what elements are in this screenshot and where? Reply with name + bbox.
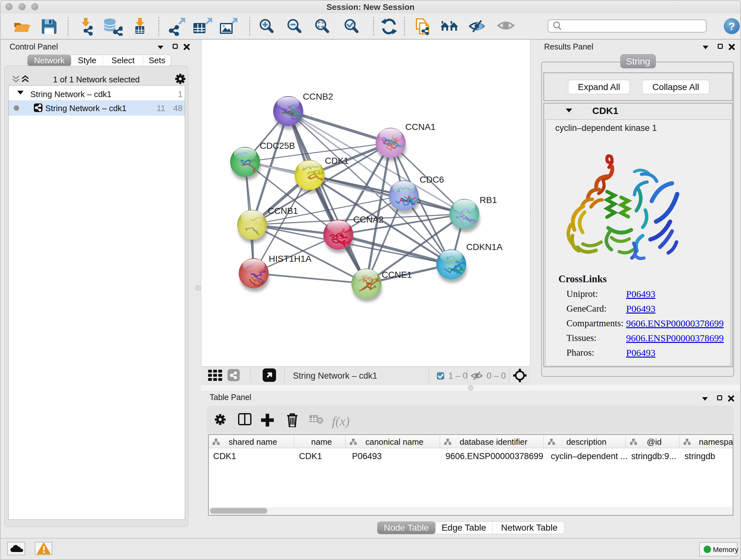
svg-text:CCNB2: CCNB2	[303, 91, 333, 102]
svg-text:CDC6: CDC6	[420, 175, 444, 185]
svg-text:HIST1H1A: HIST1H1A	[269, 254, 312, 264]
svg-text:CCNB1: CCNB1	[268, 206, 298, 216]
svg-text:CDC25B: CDC25B	[260, 141, 295, 151]
svg-text:CDKN1A: CDKN1A	[466, 242, 502, 252]
svg-text:RB1: RB1	[480, 195, 497, 205]
svg-text:CCNE1: CCNE1	[382, 270, 412, 280]
svg-text:CCNA1: CCNA1	[405, 122, 435, 132]
svg-text:CCNA2: CCNA2	[353, 214, 384, 225]
svg-text:CDK1: CDK1	[325, 156, 349, 166]
